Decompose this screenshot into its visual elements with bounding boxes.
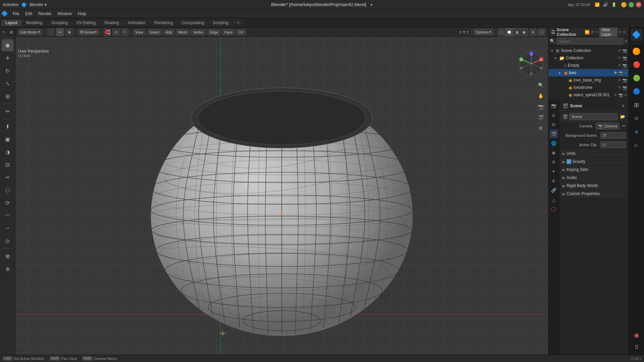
tool-move[interactable]: ✛ xyxy=(2,52,14,64)
blender-label[interactable]: Blender ▾ xyxy=(30,2,47,7)
far-right-icon-5[interactable]: ⊞ xyxy=(631,99,643,111)
active-clip-value[interactable]: 🎞 xyxy=(600,141,626,148)
outliner-viewlayer-add[interactable]: + xyxy=(619,30,621,35)
eye-icon-4[interactable]: 👁 xyxy=(614,71,618,75)
eye-icon-2[interactable]: 👁 xyxy=(618,56,622,60)
render-menu[interactable]: Render xyxy=(36,11,54,17)
audio-section-header[interactable]: ▶ Audio xyxy=(560,174,627,181)
rigid-body-world-header[interactable]: ▶ Rigid Body World xyxy=(560,182,627,189)
eye-icon-6[interactable]: 👁 xyxy=(618,85,622,89)
outliner-filter-icon[interactable]: 🔽 xyxy=(585,30,590,35)
render-icon-4[interactable]: 📷 xyxy=(619,71,623,75)
tool-cursor[interactable]: ⊕ xyxy=(2,39,14,51)
tool-scale[interactable]: ⤡ xyxy=(2,77,14,89)
close-button[interactable]: ✕ xyxy=(636,2,641,7)
tool-bevel[interactable]: ◑ xyxy=(2,146,14,158)
prop-scene-icon[interactable]: 🎬 xyxy=(549,129,558,138)
overlay-btn[interactable]: ⊛ xyxy=(529,28,537,36)
axis-gizmo[interactable]: X Y Z xyxy=(518,50,545,77)
select-menu[interactable]: Select xyxy=(147,29,162,35)
eye-icon-7[interactable]: 👁 xyxy=(614,93,618,97)
scene-name-input[interactable]: Scene xyxy=(569,113,618,120)
tree-item-scene-collection[interactable]: ▼ ⊞ Scene Collection 👁 📷 xyxy=(548,47,629,54)
eye-icon-1[interactable]: 👁 xyxy=(618,49,622,53)
render-icon-7[interactable]: 📷 xyxy=(619,93,623,97)
filter-icon[interactable]: ≡ xyxy=(625,39,627,44)
tool-transform[interactable]: ⊞ xyxy=(2,90,14,102)
toolbar-icon-1[interactable]: ↖ xyxy=(1,29,7,36)
shade-wire[interactable]: ⬡ xyxy=(498,28,505,36)
terminal-icon[interactable]: ▷ xyxy=(631,139,643,151)
tree-item-loxo[interactable]: ▶ ◉ loxo 👁 📷 ✦ xyxy=(548,69,629,76)
gravity-checkbox[interactable]: ✓ xyxy=(567,159,571,164)
prop-view-layer-icon[interactable]: ⊞ xyxy=(549,120,558,129)
tree-item-empty[interactable]: ▼ ◇ Empty 👁 📷 xyxy=(548,62,629,69)
outliner-close-icon[interactable]: ✕ xyxy=(623,30,626,35)
tool-poly-build[interactable]: ⬡ xyxy=(2,184,14,196)
vp-mode-face[interactable]: ■ xyxy=(65,28,73,36)
mode-dropdown[interactable]: Edit Mode ▾ xyxy=(18,29,42,35)
tree-item-loxo-base-ring[interactable]: ▼ ◉ loxo_base_ring 👁 📷 xyxy=(548,76,629,84)
render-icon-6[interactable]: 📷 xyxy=(623,85,627,90)
nav-pan[interactable]: ✋ xyxy=(536,91,545,101)
tool-smooth[interactable]: 〰 xyxy=(2,209,14,222)
eye-icon-5[interactable]: 👁 xyxy=(618,78,622,82)
clip-btn[interactable]: ✂ xyxy=(121,28,128,36)
render-icon-3[interactable]: 📷 xyxy=(623,63,627,68)
outliner-newlayer-icon[interactable]: + xyxy=(596,30,598,35)
nav-camera[interactable]: 📷 xyxy=(536,102,545,111)
vertex-menu[interactable]: Vertex xyxy=(191,29,206,35)
render-icon-5[interactable]: 📷 xyxy=(623,78,627,82)
tab-sculpting[interactable]: Sculpting xyxy=(47,19,72,26)
file-menu[interactable]: File xyxy=(10,11,22,17)
units-section-header[interactable]: ▶ Units xyxy=(560,150,627,157)
viewport-canvas[interactable]: User Perspective (1) loxo xyxy=(15,37,548,355)
face-menu[interactable]: Face xyxy=(222,29,235,35)
options-dropdown[interactable]: Options ▾ xyxy=(473,29,493,35)
far-right-icon-3[interactable]: 🟢 xyxy=(631,72,643,84)
far-right-icon-2[interactable]: 🔴 xyxy=(631,59,643,71)
far-right-dots[interactable]: ⠿ xyxy=(631,341,643,353)
render-icon-2[interactable]: 📷 xyxy=(623,56,627,60)
tab-add[interactable]: + xyxy=(233,19,244,26)
tree-item-loxodrome[interactable]: ▼ ◉ loxodrome 👁 📷 xyxy=(548,84,629,91)
far-right-icon-6[interactable]: ⊙ xyxy=(631,112,643,124)
tree-item-stairs-spiral[interactable]: ▼ ◉ stairs_spiral128.001 👁 📷 ⊞ xyxy=(548,91,629,99)
tab-scripting[interactable]: Scripting xyxy=(209,19,232,26)
far-right-icon-1[interactable]: 🟠 xyxy=(631,45,643,57)
shade-rendered[interactable]: ◉ xyxy=(520,28,528,36)
viewport-area[interactable]: Edit Mode ▾ · ━ ■ ⊞ Global ▾ 🧲 ⊙ ✂ View … xyxy=(15,27,548,355)
prop-material-icon[interactable]: ◯ xyxy=(549,204,558,213)
proportional-btn[interactable]: ⊙ xyxy=(112,28,120,36)
prop-object-icon[interactable]: ◉ xyxy=(549,148,558,157)
activities-label[interactable]: Activities xyxy=(3,2,18,7)
shade-solid[interactable]: ⬢ xyxy=(505,28,513,36)
window-menu[interactable]: Window xyxy=(55,11,74,17)
edit-menu[interactable]: Edit xyxy=(22,11,35,17)
prop-data-icon[interactable]: △ xyxy=(549,195,558,204)
sel-icon-4[interactable]: ✦ xyxy=(624,71,627,75)
prop-modifier-icon[interactable]: ⚙ xyxy=(549,158,558,166)
minimize-button[interactable]: ─ xyxy=(621,2,627,7)
nav-render[interactable]: 🎬 xyxy=(536,113,545,122)
tool-loop-cut[interactable]: ⊟ xyxy=(2,159,14,171)
mesh-menu[interactable]: Mesh xyxy=(176,29,190,35)
snap-btn[interactable]: 🧲 xyxy=(104,28,111,36)
tab-animation[interactable]: Animation xyxy=(124,19,150,26)
nav-settings[interactable]: ⊞ xyxy=(536,123,545,133)
prop-physics-icon[interactable]: ⊕ xyxy=(549,176,558,185)
far-right-blender[interactable]: 🔷 xyxy=(631,29,643,41)
outliner-sync-icon[interactable]: ⟳ xyxy=(591,30,594,35)
custom-properties-header[interactable]: ▶ Custom Properties xyxy=(560,190,627,197)
prop-output-icon[interactable]: 🖨 xyxy=(549,111,558,119)
tree-item-collection[interactable]: ▼ 📁 Collection 👁 📷 xyxy=(548,54,629,62)
tab-uv-editing[interactable]: UV Editing xyxy=(72,19,100,26)
xray-btn[interactable]: ☐ xyxy=(538,28,545,36)
tool-shrink[interactable]: ⊙ xyxy=(2,235,14,247)
background-scene-value[interactable]: 🎬 xyxy=(600,132,626,139)
global-dropdown[interactable]: ⊞ Global ▾ xyxy=(78,29,100,35)
sel-icon-7[interactable]: ⊞ xyxy=(624,93,627,97)
eye-icon-3[interactable]: 👁 xyxy=(618,63,622,67)
gravity-section-header[interactable]: ▶ ✓ Gravity xyxy=(560,158,627,165)
render-icon-1[interactable]: 📷 xyxy=(623,49,627,53)
